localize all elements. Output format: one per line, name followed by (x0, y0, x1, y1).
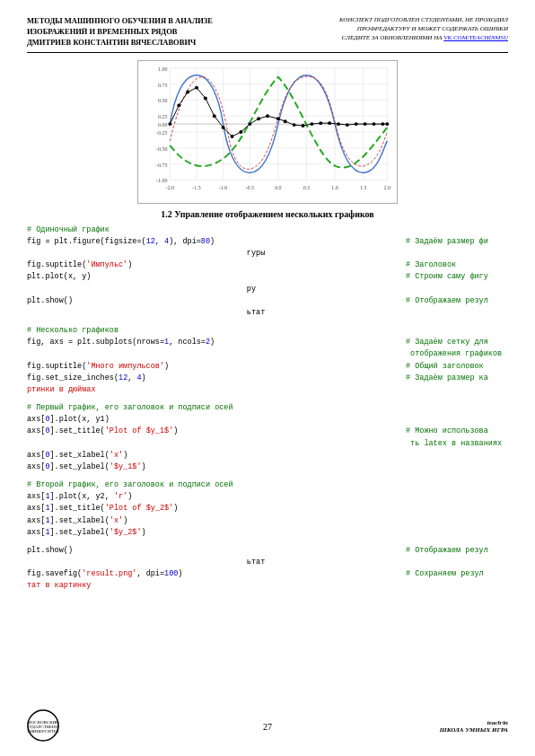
svg-text:0.5: 0.5 (303, 185, 310, 190)
comment-axs0-title: # Можно использова (400, 426, 508, 437)
svg-text:-0.75: -0.75 (156, 162, 167, 167)
comment-figure: # Задаём размер фи (400, 236, 508, 248)
comment-show2: # Отображаем резул (400, 545, 508, 557)
brand-sub: ШКОЛА УМНЫХ ИГРА (440, 726, 508, 734)
svg-text:0.50: 0.50 (158, 98, 167, 103)
blank-1 (27, 319, 508, 325)
comment-multi-text: # Несколько графиков (27, 325, 118, 337)
code-line-show1: plt.show() # Отображаем резул (27, 295, 508, 307)
section-heading: 1.2 Управление отображением нескольких г… (27, 209, 508, 219)
code-comment-single: # Одиночный график (27, 224, 508, 236)
svg-text:-0.50: -0.50 (156, 145, 167, 151)
page-number: 27 (263, 722, 272, 732)
header-title-line2: ИЗОБРАЖЕНИЙ И ВРЕМЕННЫХ РЯДОВ (27, 27, 213, 38)
chart-container: 1.00 0.75 0.50 0.25 0.00 -0.25 -0.50 -0.… (137, 60, 398, 204)
header-left: МЕТОДЫ МАШИННОГО ОБУЧЕНИЯ В АНАЛИЗЕ ИЗОБ… (27, 16, 213, 48)
comment-show1: # Отображаем резул (400, 295, 508, 307)
svg-text:1.5: 1.5 (360, 185, 366, 190)
comment-subplots: # Задаём сетку для (400, 337, 508, 348)
code-line-plot-cont: ру (27, 284, 508, 295)
comment-plot: # Строим саму фигу (400, 271, 508, 283)
comment-suptitle2: # Общий заголовок (400, 361, 508, 373)
svg-text:1.00: 1.00 (158, 66, 167, 72)
comment-savefig: # Сохраняем резул (400, 568, 508, 580)
blank-4 (27, 539, 508, 545)
comment-subplots-cont: отображения графиков (400, 348, 508, 360)
header-notice-line3: СЛЕДИТЕ ЗА ОБНОВЛЕНИЯМИ НА VK.COM/TEACHI… (339, 34, 508, 43)
header-link[interactable]: VK.COM/TEACHINMSU (443, 34, 508, 41)
code-line-axs1-title: axs[1].set_title('Plot of $y_2$') (27, 503, 508, 514)
code-line-savefig: fig.savefig('result.png', dpi=100) # Сох… (27, 568, 508, 580)
footer-brand: teach·in ШКОЛА УМНЫХ ИГРА (440, 719, 508, 734)
blank-2 (27, 396, 508, 402)
code-text2: ), dpi= (169, 237, 201, 246)
footer-logo: МОСКОВСКИЙ ГОСУДАРСТВЕННЫЙ УНИВЕРСИТЕТ (27, 709, 59, 743)
header-notice-line1: КОНСПЕКТ ПОДГОТОВЛЕН СТУДЕНТАМИ, НЕ ПРОХ… (339, 16, 508, 25)
svg-text:УНИВЕРСИТЕТ: УНИВЕРСИТЕТ (27, 729, 59, 734)
code-line-size: fig.set_size_inches(12, 4) # Задаём разм… (27, 373, 508, 384)
code-line-size-cont: ртинки в дюймах (27, 384, 508, 396)
code-line-axs0-plot: axs[0].plot(x, y1) (27, 414, 508, 426)
code-text3: ) (210, 237, 215, 246)
code-line-axs1-ylabel: axs[1].set_ylabel('$y_2$') (27, 527, 508, 539)
code-num2: 80 (201, 237, 210, 246)
svg-text:0.00: 0.00 (158, 122, 167, 127)
blank-3 (27, 473, 508, 479)
svg-text:-2.0: -2.0 (166, 185, 174, 190)
code-line-show1-cont: ьтат (27, 307, 508, 319)
page: МЕТОДЫ МАШИННОГО ОБУЧЕНИЯ В АНАЛИЗЕ ИЗОБ… (0, 0, 535, 756)
code-line-plot: plt.plot(x, y) # Строим саму фигу (27, 271, 508, 283)
code-line-axs0-ylabel: axs[0].set_ylabel('$y_1$') (27, 462, 508, 473)
header-right: КОНСПЕКТ ПОДГОТОВЛЕН СТУДЕНТАМИ, НЕ ПРОХ… (339, 16, 508, 42)
svg-text:-0.25: -0.25 (156, 130, 167, 136)
comment-suptitle: # Заголовок (400, 259, 508, 271)
footer: МОСКОВСКИЙ ГОСУДАРСТВЕННЫЙ УНИВЕРСИТЕТ 2… (0, 709, 535, 743)
header: МЕТОДЫ МАШИННОГО ОБУЧЕНИЯ В АНАЛИЗЕ ИЗОБ… (27, 16, 508, 53)
comment-first-text: # Первый график, его заголовок и подписи… (27, 402, 233, 414)
header-title-line3: ДМИТРИЕВ КОНСТАНТИН ВЯЧЕСЛАВОВИЧ (27, 38, 213, 48)
svg-text:0.75: 0.75 (158, 82, 167, 87)
code-line-axs0-title: axs[0].set_title('Plot of $y_1$') # Можн… (27, 426, 508, 437)
code-line-axs1-plot: axs[1].plot(x, y2, 'r') (27, 491, 508, 503)
code-line-figure-cont: гуры (27, 248, 508, 259)
code-line-show2: plt.show() # Отображаем резул (27, 545, 508, 557)
svg-text:-0.5: -0.5 (246, 185, 254, 190)
svg-text:-1.0: -1.0 (219, 185, 227, 190)
comment-text: # Одиночный график (27, 224, 110, 236)
code-comment-second: # Второй график, его заголовок и подписи… (27, 479, 508, 491)
comment-size: # Задаём размер ка (400, 373, 508, 384)
code-line-axs0-title-cont: ть latex в названиях (27, 438, 508, 450)
svg-text:1.0: 1.0 (331, 185, 338, 190)
svg-text:2.0: 2.0 (384, 185, 390, 190)
svg-text:-1.5: -1.5 (192, 185, 200, 190)
comment-second-text: # Второй график, его заголовок и подписи… (27, 479, 233, 491)
code-line-axs1-xlabel: axs[1].set_xlabel('x') (27, 515, 508, 527)
code-line-subplots: fig, axs = plt.subplots(nrows=1, ncols=2… (27, 337, 508, 348)
code-line-suptitle2: fig.suptitle('Много импульсов') # Общий … (27, 361, 508, 373)
code-line-savefig-cont: тат в картинку (27, 580, 508, 592)
code-comment-multi: # Несколько графиков (27, 325, 508, 337)
svg-text:0.0: 0.0 (275, 185, 281, 190)
code-area: # Одиночный график fig = plt.figure(figs… (27, 224, 508, 593)
code-comment-first: # Первый график, его заголовок и подписи… (27, 402, 508, 414)
code-line-axs0-xlabel: axs[0].set_xlabel('x') (27, 450, 508, 462)
code-line-figure: fig = plt.figure(figsize=(12, 4), dpi=80… (27, 236, 508, 248)
comment-axs0-title-cont: ть latex в названиях (400, 438, 508, 450)
code-num: 12, 4 (146, 237, 170, 246)
svg-text:-1.00: -1.00 (156, 178, 167, 183)
svg-text:0.25: 0.25 (158, 114, 167, 119)
chart-svg: 1.00 0.75 0.50 0.25 0.00 -0.25 -0.50 -0.… (138, 61, 397, 203)
header-title-line1: МЕТОДЫ МАШИННОГО ОБУЧЕНИЯ В АНАЛИЗЕ (27, 16, 213, 27)
code-text: fig = plt.figure(figsize=( (27, 237, 146, 246)
header-notice-line2: ПРОФРЕДАКТУРУ И МОЖЕТ СОДЕРЖАТЬ ОШИБКИ (339, 25, 508, 34)
logo-svg: МОСКОВСКИЙ ГОСУДАРСТВЕННЫЙ УНИВЕРСИТЕТ (27, 709, 59, 742)
code-line-show2-cont: ьтат (27, 557, 508, 568)
code-line-suptitle: fig.suptitle('Импульс') # Заголовок (27, 259, 508, 271)
brand-main: teach·in (440, 719, 508, 726)
code-line-subplots-cont: отображения графиков (27, 348, 508, 360)
